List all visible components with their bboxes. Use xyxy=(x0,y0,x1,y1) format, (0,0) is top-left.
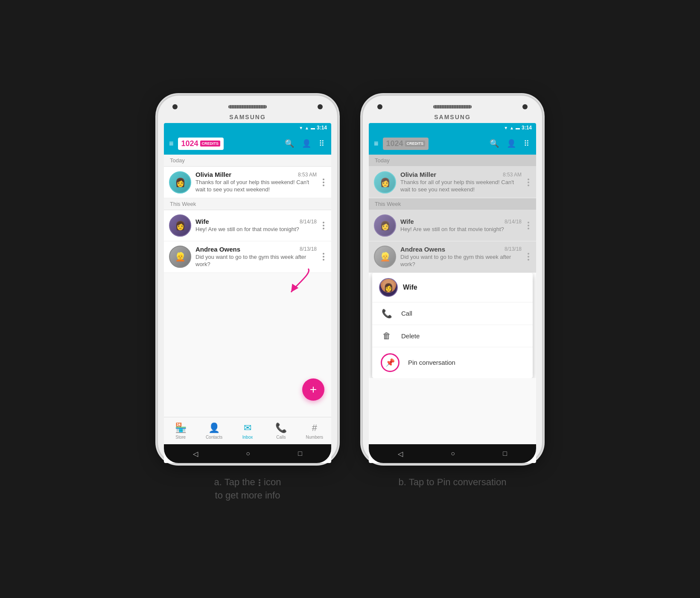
home-btn-left[interactable]: ○ xyxy=(246,450,250,457)
context-delete-item[interactable]: 🗑 Delete xyxy=(372,325,533,347)
three-dots-andrea-left[interactable] xyxy=(321,251,326,262)
three-dots-wife-left[interactable] xyxy=(321,220,326,231)
contact-icon-right[interactable]: 👤 xyxy=(505,137,518,150)
nav-calls-left[interactable]: 📞 Calls xyxy=(264,417,298,444)
brand-left: SAMSUNG xyxy=(229,114,266,120)
convo-name-andrea-left: Andrea Owens xyxy=(195,246,240,253)
caption-left-partb: to get more info xyxy=(215,490,280,501)
phone-top-bezel-right xyxy=(369,102,536,112)
captions-row: a. Tap the icon to get more info b. Tap … xyxy=(158,476,542,502)
convo-content-andrea-right: Andrea Owens 8/13/18 Did you want to go … xyxy=(400,246,522,268)
section-thisweek-left: This Week xyxy=(164,198,331,210)
three-dots-wife-right[interactable] xyxy=(526,220,531,231)
call-icon: 📞 xyxy=(381,308,393,319)
section-today-left: Today xyxy=(164,155,331,167)
nav-inbox-left[interactable]: ✉ Inbox xyxy=(231,417,264,444)
battery-icon-left: ▬ xyxy=(311,126,315,130)
convo-andrea-right[interactable]: 👱 Andrea Owens 8/13/18 Did you want to g… xyxy=(369,241,536,273)
recent-btn-left[interactable]: □ xyxy=(298,450,302,457)
section-today-right: Today xyxy=(369,155,536,167)
convo-top-wife-right: Wife 8/14/18 xyxy=(400,218,522,225)
numbers-icon-left: # xyxy=(312,422,317,434)
credits-badge-left[interactable]: 1024 CREDITS xyxy=(178,138,224,150)
menu-icon-left[interactable]: ≡ xyxy=(169,139,174,148)
grid-icon-right[interactable]: ⠿ xyxy=(522,137,531,150)
convo-time-olivia-right: 8:53 AM xyxy=(503,172,522,178)
app-header-left: ≡ 1024 CREDITS 🔍 👤 ⠿ xyxy=(164,132,331,155)
convo-olivia-left[interactable]: 👩 Olivia Miller 8:53 AM Thanks for all o… xyxy=(164,167,331,198)
convo-content-olivia-left: Olivia Miller 8:53 AM Thanks for all of … xyxy=(195,171,317,193)
caption-left: a. Tap the icon to get more info xyxy=(158,476,337,502)
section-thisweek-right: This Week xyxy=(369,198,536,210)
avatar-wife-left: 👩 xyxy=(169,214,191,237)
convo-content-wife-right: Wife 8/14/18 Hey! Are we still on for th… xyxy=(400,218,522,233)
contact-icon-left[interactable]: 👤 xyxy=(300,137,313,150)
speaker-right xyxy=(433,105,472,108)
context-name: Wife xyxy=(403,284,417,291)
convo-preview-olivia-left: Thanks for all of your help this weekend… xyxy=(195,179,317,193)
phone-left: SAMSUNG ▼ ▲ ▬ 3:14 ≡ 1024 CREDITS xyxy=(158,96,337,463)
convo-wife-right[interactable]: 👩 Wife 8/14/18 Hey! Are we still on for … xyxy=(369,210,536,241)
convo-top-andrea-left: Andrea Owens 8/13/18 xyxy=(195,246,317,253)
menu-icon-right[interactable]: ≡ xyxy=(374,139,379,148)
credits-number-right: 1024 xyxy=(386,139,403,148)
credits-badge-right[interactable]: 1024 CREDITS xyxy=(383,138,429,150)
nav-label-numbers-left: Numbers xyxy=(306,435,324,440)
convo-time-andrea-left: 8/13/18 xyxy=(300,246,317,252)
grid-icon-left[interactable]: ⠿ xyxy=(317,137,326,150)
recent-btn-right[interactable]: □ xyxy=(503,450,507,457)
context-menu-header: 👩 Wife xyxy=(372,273,533,302)
screen-left: ▼ ▲ ▬ 3:14 ≡ 1024 CREDITS 🔍 👤 ⠿ xyxy=(164,123,331,463)
convo-time-olivia-left: 8:53 AM xyxy=(298,172,317,178)
convo-olivia-right[interactable]: 👩 Olivia Miller 8:53 AM Thanks for all o… xyxy=(369,167,536,198)
context-pin-label: Pin conversation xyxy=(408,359,455,366)
caption-left-parta: a. Tap the xyxy=(214,477,258,487)
page-container: SAMSUNG ▼ ▲ ▬ 3:14 ≡ 1024 CREDITS xyxy=(158,96,542,502)
context-avatar: 👩 xyxy=(379,278,398,297)
search-icon-left[interactable]: 🔍 xyxy=(283,137,296,150)
convo-name-andrea-right: Andrea Owens xyxy=(400,246,445,253)
fab-left[interactable]: + xyxy=(302,378,324,401)
signal-icon-left: ▲ xyxy=(305,126,309,130)
convo-preview-wife-right: Hey! Are we still on for that movie toni… xyxy=(400,226,522,233)
nav-store-left[interactable]: 🏪 Store xyxy=(164,417,197,444)
screen-right: ▼ ▲ ▬ 3:14 ≡ 1024 CREDITS 🔍 👤 ⠿ xyxy=(369,123,536,463)
home-btn-right[interactable]: ○ xyxy=(451,450,455,457)
convo-wife-left[interactable]: 👩 Wife 8/14/18 Hey! Are we still on for … xyxy=(164,210,331,241)
three-dots-olivia-left[interactable] xyxy=(321,177,326,188)
wifi-icon-left: ▼ xyxy=(299,126,303,130)
context-pin-item[interactable]: 📌 Pin conversation xyxy=(372,347,533,378)
convo-name-wife-right: Wife xyxy=(400,218,414,225)
inbox-icon-left: ✉ xyxy=(244,422,251,434)
credits-label-right: CREDITS xyxy=(405,141,426,147)
nav-label-calls-left: Calls xyxy=(276,435,286,440)
avatar-olivia-right: 👩 xyxy=(374,171,396,193)
nav-numbers-left[interactable]: # Numbers xyxy=(298,417,331,444)
convo-content-wife-left: Wife 8/14/18 Hey! Are we still on for th… xyxy=(195,218,317,233)
speaker-left xyxy=(228,105,267,108)
three-dots-andrea-right[interactable] xyxy=(526,251,531,262)
credits-label-left: CREDITS xyxy=(200,141,221,147)
three-dots-olivia-right[interactable] xyxy=(526,177,531,188)
status-bar-left: ▼ ▲ ▬ 3:14 xyxy=(164,123,331,132)
convo-time-andrea-right: 8/13/18 xyxy=(505,246,522,252)
android-nav-right: ◁ ○ □ xyxy=(369,444,536,463)
back-btn-right[interactable]: ◁ xyxy=(398,450,403,458)
avatar-olivia-left: 👩 xyxy=(169,171,191,193)
convo-andrea-left[interactable]: 👱 Andrea Owens 8/13/18 Did you want to g… xyxy=(164,241,331,273)
convo-top-olivia-left: Olivia Miller 8:53 AM xyxy=(195,171,317,178)
time-right: 3:14 xyxy=(522,125,532,131)
time-left: 3:14 xyxy=(317,125,327,131)
context-delete-label: Delete xyxy=(401,332,420,340)
context-call-item[interactable]: 📞 Call xyxy=(372,302,533,325)
back-btn-left[interactable]: ◁ xyxy=(193,450,198,458)
wifi-icon-right: ▼ xyxy=(504,126,508,130)
signal-icon-right: ▲ xyxy=(510,126,514,130)
camera-left xyxy=(172,104,178,109)
caption-left-icon-word: icon xyxy=(264,477,281,487)
battery-icon-right: ▬ xyxy=(516,126,520,130)
convo-preview-andrea-left: Did you want to go to the gym this week … xyxy=(195,254,317,268)
search-icon-right[interactable]: 🔍 xyxy=(488,137,501,150)
delete-icon: 🗑 xyxy=(381,331,393,341)
nav-contacts-left[interactable]: 👤 Contacts xyxy=(197,417,230,444)
